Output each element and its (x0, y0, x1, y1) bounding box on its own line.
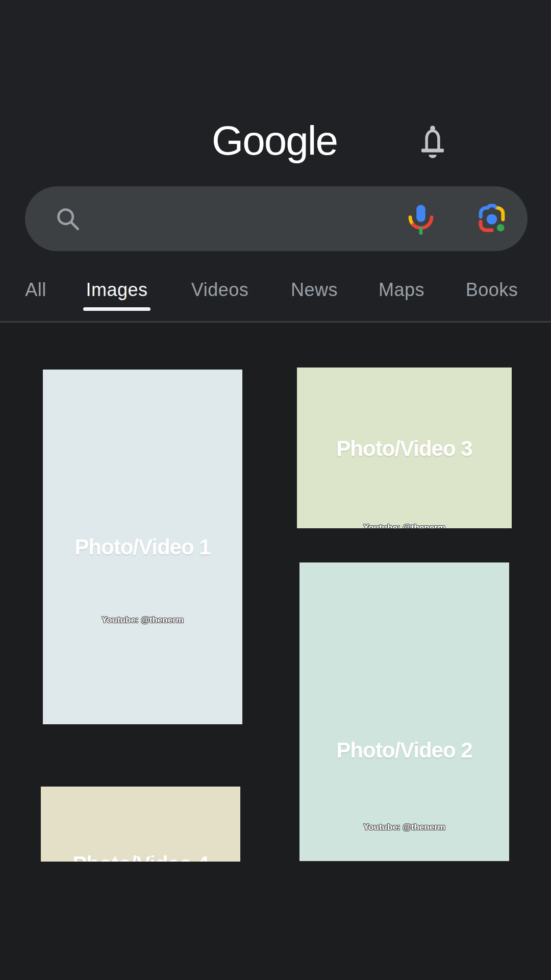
image-result-1[interactable]: Photo/Video 1 Youtube: @thenerm (43, 370, 242, 724)
microphone-icon (403, 231, 439, 238)
header: Google (0, 0, 551, 323)
image-result-2-attribution: Youtube: @thenerm (299, 822, 509, 833)
tab-images[interactable]: Images (83, 278, 151, 302)
search-icon (55, 206, 81, 232)
image-result-3-attribution: Youtube: @thenerm (297, 522, 512, 528)
search-category-tabs: All Images Videos News Maps Books (0, 269, 551, 321)
search-bar (25, 186, 528, 251)
google-lens-icon (474, 231, 510, 238)
tab-all[interactable]: All (22, 278, 49, 302)
image-result-1-attribution: Youtube: @thenerm (43, 615, 242, 626)
tab-news[interactable]: News (288, 278, 341, 302)
bell-icon (418, 122, 447, 162)
image-result-2-title: Photo/Video 2 (299, 738, 509, 763)
image-result-3-title: Photo/Video 3 (297, 436, 512, 461)
google-lens-button[interactable] (474, 201, 510, 237)
google-logo: Google (0, 114, 550, 167)
tab-maps[interactable]: Maps (375, 278, 428, 302)
notifications-button[interactable] (416, 120, 449, 163)
image-result-2[interactable]: Photo/Video 2 Youtube: @thenerm (299, 562, 509, 861)
voice-search-button[interactable] (403, 201, 439, 237)
google-images-results-page: Google (0, 0, 551, 980)
search-input[interactable] (91, 195, 369, 242)
image-result-4-title: Photo/Video 4 (41, 851, 240, 862)
image-result-1-title: Photo/Video 1 (43, 534, 242, 560)
tab-books[interactable]: Books (463, 278, 521, 302)
header-divider (0, 321, 551, 323)
active-tab-underline (83, 307, 151, 311)
image-result-4[interactable]: Photo/Video 4 (41, 787, 240, 862)
image-result-3[interactable]: Photo/Video 3 Youtube: @thenerm (297, 368, 512, 528)
tab-videos[interactable]: Videos (188, 278, 252, 302)
